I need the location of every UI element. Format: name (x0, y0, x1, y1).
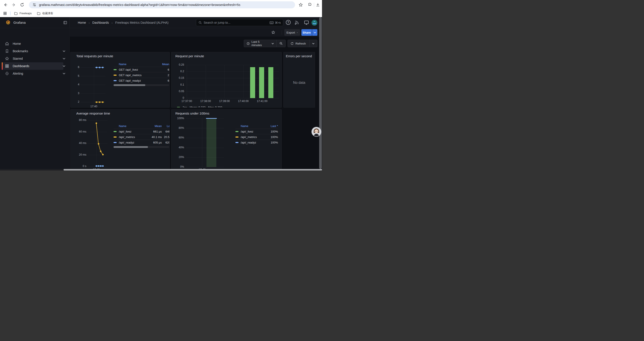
search-box[interactable]: ⌘+k (196, 19, 283, 26)
legend-series-name[interactable]: /api/_readyz (119, 141, 146, 144)
time-range-label: Last 5 minutes (252, 40, 270, 47)
chevron-down-icon[interactable] (63, 50, 65, 52)
reload-icon[interactable] (20, 3, 24, 7)
legend-max: Max: 0.233 (208, 106, 222, 108)
legend-scrollbar[interactable] (114, 84, 169, 86)
address-bar[interactable]: grafana.mathmast.com/d/deytv4rwavabkb/fr… (29, 1, 295, 8)
toolbar-divider (282, 30, 282, 35)
sidebar-item-dashboards[interactable]: Dashboards (2, 62, 63, 70)
horizontal-scrollbar-thumb[interactable] (64, 169, 322, 171)
legend-series-name[interactable]: GET /api/_metrics (119, 74, 156, 77)
data-point (98, 143, 99, 145)
site-settings-icon[interactable] (32, 3, 36, 7)
legend-series-name[interactable]: /api/_readyz (241, 141, 266, 144)
breadcrumb-home[interactable]: Home (78, 21, 86, 24)
y-tick-label: 3 (70, 92, 79, 95)
share-button[interactable]: Share (302, 29, 312, 36)
y-tick-label: 0.15 (172, 76, 184, 80)
vertical-scrollbar[interactable] (319, 17, 322, 169)
bookmark-folder-freeleaps[interactable]: Freeleaps (12, 11, 34, 16)
chevron-down-icon[interactable] (63, 58, 65, 60)
bookmark-folder-blogs[interactable]: 收藏博客 (35, 11, 55, 16)
search-input[interactable] (204, 21, 268, 24)
zoom-out-button[interactable] (277, 40, 286, 47)
grafana-header: Grafana Home › Dashboards › Freeleaps Me… (0, 17, 322, 28)
horizontal-scrollbar-track (0, 169, 322, 171)
bookmark-label: Freeleaps (20, 12, 32, 15)
sidebar-toggle-icon[interactable] (63, 21, 67, 25)
url-text[interactable]: grafana.mathmast.com/d/deytv4rwavabkb/fr… (39, 3, 240, 7)
legend-scrollbar[interactable] (114, 146, 169, 148)
data-point (100, 151, 102, 152)
legend-value: 6 (156, 68, 169, 71)
data-point (98, 165, 99, 167)
gridline-vertical (206, 65, 206, 98)
legend-column-header: Name (119, 63, 156, 66)
bar-cap-line (206, 118, 217, 119)
chevron-down-icon[interactable] (63, 65, 65, 67)
legend-value: 620 µs (162, 141, 170, 144)
sidebar-item-home[interactable]: Home (2, 40, 63, 47)
apps-grid-icon[interactable] (3, 12, 7, 15)
legend-series-name[interactable]: /api/_metrics (119, 135, 146, 139)
legend-swatch (114, 137, 116, 138)
gridline-horizontal (88, 120, 108, 121)
sidebar-item-alerting[interactable]: Alerting (2, 70, 63, 77)
news-rss-icon[interactable] (294, 20, 300, 25)
user-avatar[interactable] (312, 20, 318, 26)
export-button[interactable]: Export (284, 29, 300, 36)
time-range-picker[interactable]: Last 5 minutes (244, 40, 276, 47)
y-tick-label: 4 (70, 83, 79, 86)
legend-series-name[interactable]: GET /api/_livez (119, 68, 156, 71)
profile-avatar-icon[interactable] (306, 2, 312, 8)
bar (250, 67, 255, 98)
legend-series-name[interactable]: /api/_metrics (241, 135, 266, 139)
legend-row: /api/_readyz605 µs620 µs (114, 140, 170, 145)
refresh-interval-button[interactable] (310, 40, 317, 47)
data-point (99, 101, 100, 103)
bookmark-star-icon[interactable] (298, 3, 303, 7)
legend-swatch (236, 131, 238, 132)
legend-value: 6 (156, 79, 169, 82)
home-icon (5, 42, 9, 46)
sidebar-item-bookmarks[interactable]: Bookmarks (2, 47, 63, 55)
floating-assistant-avatar[interactable] (312, 127, 321, 137)
scrollbar-thumb[interactable] (114, 146, 148, 148)
grafana-logo-icon[interactable] (6, 20, 11, 25)
legend-series-name[interactable]: GET /api/_readyz (119, 79, 156, 82)
chevron-down-icon (272, 43, 274, 44)
breadcrumb-separator: › (112, 21, 113, 25)
legend-row: GET /api/_readyz6 (114, 78, 169, 83)
back-icon[interactable] (3, 3, 8, 7)
x-tick-label: 17:38:00 (198, 100, 213, 103)
monitor-icon[interactable] (304, 20, 309, 25)
y-tick-label: 6 (70, 66, 79, 69)
data-point (96, 165, 97, 167)
scrollbar-thumb[interactable] (114, 84, 145, 86)
favorite-star-icon[interactable] (271, 30, 275, 35)
legend-swatch (114, 69, 116, 70)
gridline-horizontal (81, 76, 105, 76)
y-tick-label: 0.25 (172, 63, 184, 66)
data-point (102, 67, 104, 68)
shortcut-text: ⌘+k (275, 21, 281, 24)
panel-title[interactable]: Errors per second (286, 54, 312, 58)
bell-icon (5, 71, 9, 76)
sidebar-item-starred[interactable]: Starred (2, 55, 63, 62)
breadcrumb-current: Freeleaps Metrics Dashboard (ALPHA) (115, 21, 168, 24)
legend-column-header: Last * (266, 124, 278, 128)
y-tick-label: 40% (172, 146, 184, 149)
share-menu-button[interactable] (312, 29, 318, 36)
refresh-button[interactable]: Refresh (288, 40, 309, 47)
panel-errors-per-second: Errors per second No data (284, 52, 315, 108)
folder-icon (14, 12, 18, 15)
chevron-down-icon[interactable] (63, 73, 65, 74)
breadcrumb-dashboards[interactable]: Dashboards (92, 21, 109, 24)
x-tick-label: 17:40:00 (236, 100, 251, 103)
legend-series-name[interactable]: /api/_livez (119, 130, 146, 133)
help-icon[interactable]: ? (286, 20, 291, 25)
forward-icon[interactable] (12, 3, 16, 7)
legend-series-name[interactable]: 2xx (182, 106, 187, 108)
legend-series-name[interactable]: /api/_livez (241, 130, 266, 133)
download-icon[interactable] (316, 3, 320, 7)
